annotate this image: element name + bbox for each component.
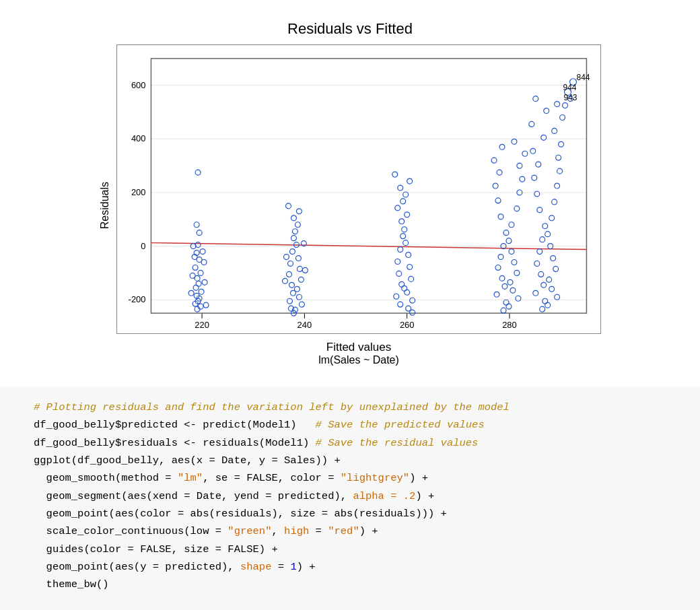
svg-point-52 — [287, 271, 292, 277]
svg-point-28 — [199, 289, 204, 294]
svg-point-45 — [195, 170, 201, 175]
svg-text:-200: -200 — [129, 294, 146, 304]
svg-point-51 — [297, 266, 302, 271]
svg-point-144 — [549, 215, 555, 221]
svg-point-148 — [555, 183, 560, 189]
svg-point-84 — [410, 298, 415, 303]
svg-text:200: 200 — [131, 187, 146, 197]
svg-point-126 — [512, 139, 517, 144]
svg-point-134 — [553, 266, 559, 271]
svg-point-49 — [295, 256, 301, 261]
svg-point-42 — [203, 302, 209, 308]
svg-point-107 — [502, 283, 508, 289]
x-axis-subtitle: lm(Sales ~ Date) — [116, 354, 601, 366]
code-line-6: geom_segment(aes(xend = Date, yend = pre… — [34, 487, 666, 505]
svg-point-46 — [291, 236, 296, 241]
svg-point-38 — [201, 260, 207, 265]
svg-point-139 — [533, 290, 538, 296]
code-line-4: ggplot(df_good_belly, aes(x = Date, y = … — [34, 452, 666, 469]
svg-text:944: 944 — [563, 83, 577, 92]
svg-point-63 — [291, 215, 296, 221]
code-line-8: scale_color_continuous(low = "green", hi… — [34, 522, 666, 540]
svg-point-98 — [506, 238, 512, 244]
svg-point-120 — [520, 176, 525, 182]
svg-point-36 — [200, 249, 205, 255]
svg-point-53 — [298, 277, 304, 282]
svg-point-121 — [497, 170, 502, 175]
svg-point-150 — [557, 168, 563, 174]
svg-point-24 — [198, 270, 203, 275]
svg-point-106 — [508, 279, 513, 285]
svg-point-96 — [410, 310, 415, 315]
svg-point-91 — [400, 199, 406, 204]
svg-point-50 — [287, 261, 293, 267]
svg-point-67 — [284, 255, 289, 260]
svg-point-90 — [395, 205, 400, 211]
svg-point-152 — [556, 155, 561, 160]
svg-point-114 — [509, 222, 514, 228]
svg-point-151 — [536, 162, 541, 167]
svg-point-44 — [194, 222, 199, 228]
svg-point-61 — [292, 229, 298, 234]
svg-text:0: 0 — [141, 241, 145, 251]
svg-point-102 — [512, 260, 517, 265]
svg-point-76 — [395, 259, 400, 265]
svg-point-113 — [501, 308, 506, 313]
svg-point-97 — [503, 230, 509, 236]
chart-title: Residuals vs Fitted — [287, 20, 413, 38]
svg-point-105 — [499, 275, 505, 281]
svg-point-79 — [409, 276, 414, 281]
svg-point-125 — [499, 144, 505, 149]
svg-point-143 — [540, 306, 545, 312]
svg-point-59 — [299, 302, 304, 307]
svg-text:943: 943 — [564, 93, 578, 102]
svg-point-43 — [197, 230, 202, 236]
y-axis-label: Residuals — [99, 182, 111, 229]
svg-point-147 — [534, 191, 540, 197]
code-line-3: df_good_belly$residuals <- residuals(Mod… — [34, 434, 666, 452]
svg-point-48 — [289, 249, 295, 255]
svg-point-116 — [514, 206, 520, 211]
svg-text:220: 220 — [195, 320, 209, 330]
svg-point-87 — [402, 227, 407, 232]
svg-point-64 — [296, 209, 302, 214]
svg-point-88 — [399, 219, 405, 224]
chart-area: Residuals -200 0 — [99, 44, 601, 366]
svg-point-161 — [533, 96, 538, 102]
svg-point-54 — [289, 282, 294, 287]
code-line-1: # Plotting residuals and find the variat… — [34, 399, 666, 416]
svg-text:240: 240 — [298, 320, 312, 330]
svg-point-65 — [286, 203, 291, 209]
svg-point-115 — [498, 214, 503, 219]
code-line-9: guides(color = FALSE, size = FALSE) + — [34, 541, 666, 558]
svg-point-165 — [563, 103, 568, 108]
code-line-7: geom_point(aes(color = abs(residuals), s… — [34, 505, 666, 522]
code-comment-1: # Plotting residuals and find the variat… — [34, 401, 510, 413]
svg-point-40 — [202, 279, 207, 285]
svg-point-117 — [495, 198, 501, 203]
svg-point-27 — [193, 285, 199, 290]
svg-point-142 — [545, 302, 551, 308]
code-line-10: geom_point(aes(y = predicted), shape = 1… — [34, 558, 666, 576]
svg-point-157 — [529, 121, 534, 127]
svg-point-159 — [544, 108, 549, 114]
svg-point-57 — [296, 294, 302, 300]
chart-section: Residuals vs Fitted Residuals — [0, 0, 700, 373]
svg-point-127 — [542, 224, 548, 229]
svg-point-39 — [190, 273, 195, 278]
svg-point-68 — [302, 267, 308, 273]
x-axis-title: Fitted values — [116, 341, 601, 354]
svg-point-123 — [491, 158, 497, 163]
svg-point-104 — [514, 270, 520, 275]
svg-text:600: 600 — [131, 80, 146, 90]
svg-point-58 — [287, 298, 292, 304]
svg-point-122 — [517, 163, 522, 168]
svg-point-78 — [396, 271, 402, 276]
svg-point-69 — [283, 278, 288, 283]
svg-point-156 — [552, 128, 557, 133]
svg-point-135 — [538, 271, 544, 277]
code-line-2: df_good_belly$predicted <- predict(Model… — [34, 416, 666, 434]
svg-point-146 — [552, 199, 557, 205]
svg-point-158 — [560, 115, 565, 121]
code-section: # Plotting residuals and find the variat… — [0, 386, 700, 610]
